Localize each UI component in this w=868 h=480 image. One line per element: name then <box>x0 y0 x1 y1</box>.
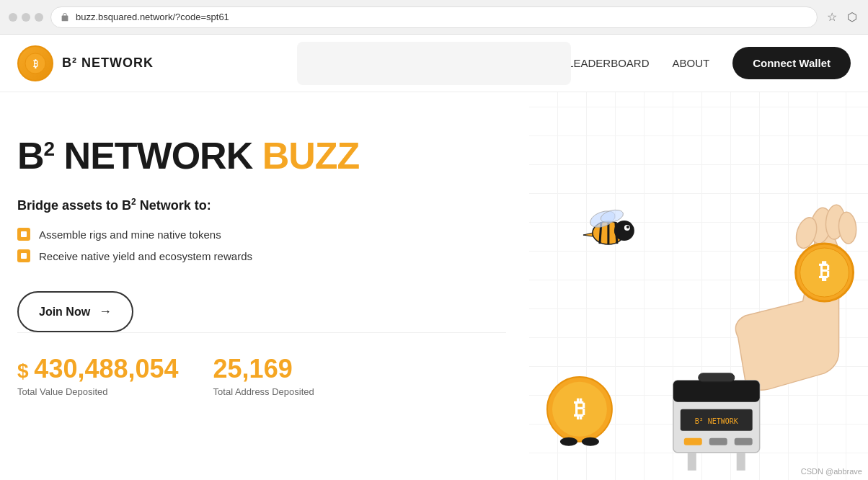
robot-character: ₿ <box>547 377 612 446</box>
hero-subtitle: Bridge assets to B2 Network to: <box>17 197 506 213</box>
hero-section: B2 NETWORK BUZZ Bridge assets to B2 Netw… <box>0 92 868 480</box>
url-text: buzz.bsquared.network/?code=spt61 <box>76 12 229 22</box>
security-icon <box>60 12 70 22</box>
feature-item-1: Assemble rigs and mine native tokens <box>17 228 506 241</box>
stat-tvl: $ 430,488,054 Total Value Deposited <box>17 356 213 397</box>
browser-action-buttons: ☆ ⬡ <box>825 10 859 25</box>
svg-rect-27 <box>688 453 696 471</box>
logo-text: B² NETWORK <box>62 55 154 71</box>
feature-text-2: Receive native yield and ecosystem rewar… <box>39 250 252 262</box>
svg-rect-25 <box>709 438 727 445</box>
svg-point-7 <box>614 221 634 241</box>
stat-tvl-number: 430,488,054 <box>34 354 178 383</box>
logo-icon: ₿ <box>17 45 53 81</box>
svg-point-9 <box>626 226 629 228</box>
nav-link-about[interactable]: ABOUT <box>673 57 710 69</box>
stat-addresses: 25,169 Total Address Deposited <box>213 356 349 397</box>
browser-chrome: buzz.bsquared.network/?code=spt61 ☆ ⬡ <box>0 0 868 35</box>
svg-rect-20 <box>673 381 760 402</box>
svg-rect-28 <box>737 453 745 471</box>
nav-forward-icon[interactable] <box>22 13 30 22</box>
bookmark-icon[interactable]: ☆ <box>825 10 839 25</box>
hero-title: B2 NETWORK BUZZ <box>17 135 506 177</box>
logo-area: ₿ B² NETWORK <box>17 45 154 81</box>
nav-back-icon[interactable] <box>9 13 17 22</box>
url-bar[interactable]: buzz.bsquared.network/?code=spt61 <box>50 6 818 28</box>
svg-rect-26 <box>735 438 753 445</box>
main-navbar: ₿ B² NETWORK BRIDGE LEADERBOARD ABOUT Co… <box>0 35 868 92</box>
stat-tvl-prefix: $ <box>17 360 34 382</box>
svg-rect-21 <box>699 373 735 382</box>
svg-text:₿: ₿ <box>820 259 831 283</box>
svg-point-33 <box>582 437 599 446</box>
deposit-machine: B² NETWORK <box>673 373 760 471</box>
svg-rect-24 <box>684 438 702 445</box>
feature-bullet-2 <box>17 249 30 262</box>
join-now-button[interactable]: Join Now → <box>17 291 133 332</box>
browser-nav-icons <box>9 13 43 22</box>
bitcoin-logo-svg: ₿ <box>25 53 46 74</box>
hero-left-content: B2 NETWORK BUZZ Bridge assets to B2 Netw… <box>0 92 529 480</box>
stat-addresses-value: 25,169 <box>213 356 314 382</box>
stat-tvl-label: Total Value Deposited <box>17 386 179 397</box>
watermark: CSDN @abbrave <box>801 467 862 476</box>
hero-illustration-svg: ₿ B² NETWORK <box>529 92 868 480</box>
join-arrow-icon: → <box>99 304 112 319</box>
nav-refresh-icon[interactable] <box>35 13 43 22</box>
extensions-icon[interactable]: ⬡ <box>845 10 859 25</box>
stat-tvl-value: $ 430,488,054 <box>17 356 179 382</box>
join-now-label: Join Now <box>39 306 90 319</box>
navbar-center-placeholder <box>297 42 571 85</box>
title-buzz: BUZZ <box>262 135 360 177</box>
svg-point-14 <box>838 211 858 244</box>
feature-list: Assemble rigs and mine native tokens Rec… <box>17 228 506 262</box>
feature-item-2: Receive native yield and ecosystem rewar… <box>17 249 506 262</box>
feature-text-1: Assemble rigs and mine native tokens <box>39 228 221 241</box>
nav-link-leaderboard[interactable]: LEADERBOARD <box>567 57 649 69</box>
bee-illustration <box>583 208 634 244</box>
stats-area: $ 430,488,054 Total Value Deposited 25,1… <box>17 332 506 397</box>
hand-illustration: ₿ <box>736 204 858 390</box>
svg-text:B² NETWORK: B² NETWORK <box>695 417 738 425</box>
hero-right-illustration: ₿ B² NETWORK <box>529 92 868 480</box>
title-b2: B2 NETWORK <box>17 135 262 177</box>
feature-bullet-1 <box>17 228 30 241</box>
svg-text:₿: ₿ <box>574 396 585 422</box>
svg-text:₿: ₿ <box>33 58 38 68</box>
connect-wallet-button[interactable]: Connect Wallet <box>732 47 851 79</box>
svg-point-32 <box>560 437 577 446</box>
stat-addresses-label: Total Address Deposited <box>213 386 314 397</box>
